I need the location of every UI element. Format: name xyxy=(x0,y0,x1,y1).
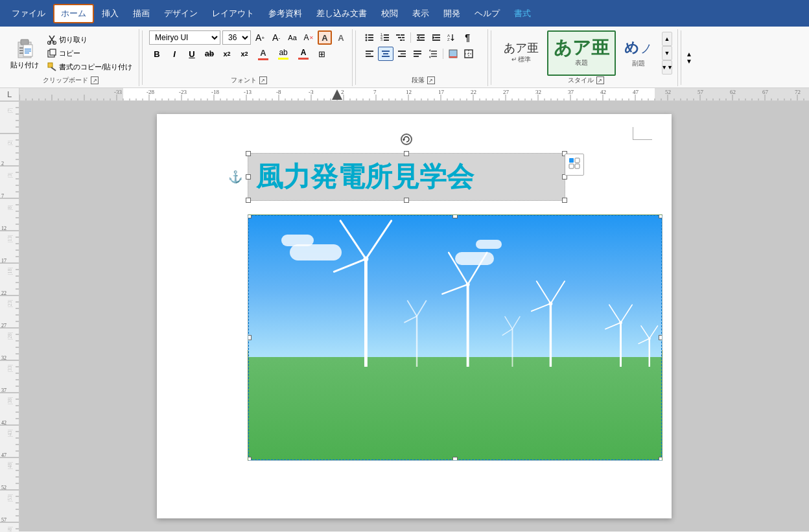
handle-tc[interactable] xyxy=(404,151,409,156)
paste-button[interactable]: 貼り付け xyxy=(6,30,43,76)
sort-button[interactable]: A Z xyxy=(445,30,459,45)
img-handle-tc[interactable] xyxy=(452,214,458,218)
wind-turbine-image[interactable] xyxy=(248,214,662,461)
menu-home[interactable]: ホーム xyxy=(53,4,94,23)
svg-rect-38 xyxy=(417,40,425,41)
shading-color-button[interactable]: A xyxy=(294,47,312,61)
ribbon: 貼り付け 切り取り xyxy=(0,27,809,88)
style-subtitle[interactable]: め ノ 副題 xyxy=(618,30,658,76)
menu-view[interactable]: 表示 xyxy=(406,5,436,22)
handle-tl[interactable] xyxy=(246,151,251,156)
align-right-button[interactable] xyxy=(395,47,409,61)
font-grow-button[interactable]: A+ xyxy=(253,30,267,45)
anchor-icon: ⚓ xyxy=(228,170,242,184)
font-size-select[interactable]: 36 xyxy=(222,30,251,45)
menu-developer[interactable]: 開発 xyxy=(437,5,467,22)
font-shrink-button[interactable]: A- xyxy=(269,30,283,45)
font-color-button[interactable]: A xyxy=(254,47,272,61)
img-handle-mr[interactable] xyxy=(659,335,662,340)
img-handle-br[interactable] xyxy=(659,457,662,461)
handle-br[interactable] xyxy=(562,198,567,203)
img-handle-bl[interactable] xyxy=(248,457,252,461)
paste-icon xyxy=(14,37,35,60)
clipboard-group-label: クリップボード xyxy=(43,76,88,85)
svg-rect-22 xyxy=(368,40,373,41)
cut-button[interactable]: 切り取り xyxy=(44,33,135,46)
img-handle-ml[interactable] xyxy=(248,335,252,340)
copy-button[interactable]: コピー xyxy=(44,47,135,60)
justify-button[interactable] xyxy=(410,47,425,61)
menu-references[interactable]: 参考資料 xyxy=(262,5,309,22)
page-corner-fold xyxy=(633,127,652,140)
svg-line-16 xyxy=(51,67,56,71)
menu-review[interactable]: 校閲 xyxy=(375,5,404,22)
subscript-button[interactable]: x2 xyxy=(219,47,235,61)
format-painter-button[interactable]: 書式のコピー/貼り付け xyxy=(44,60,135,73)
align-left-button[interactable] xyxy=(362,47,377,61)
para-divider xyxy=(410,32,411,43)
shading-button[interactable] xyxy=(446,47,460,61)
layout-options-button[interactable] xyxy=(565,154,584,176)
numbering-button[interactable]: 1. 2. 3. xyxy=(378,30,392,45)
svg-rect-6 xyxy=(25,49,31,50)
divider-4 xyxy=(681,30,681,85)
svg-rect-56 xyxy=(414,51,421,52)
menu-draw[interactable]: 描画 xyxy=(126,5,156,22)
menu-file[interactable]: ファイル xyxy=(5,5,52,22)
style-heading-label: 表題 xyxy=(575,58,588,67)
style-subtitle-preview: め ノ xyxy=(624,38,652,58)
bullets-button[interactable] xyxy=(362,30,377,45)
handle-bc[interactable] xyxy=(404,198,409,203)
align-center-button[interactable] xyxy=(378,47,393,61)
styles-expand-icon[interactable]: ↗ xyxy=(596,76,604,84)
rotation-handle[interactable] xyxy=(401,133,412,145)
style-normal[interactable]: あア亜 ↵ 標準 xyxy=(498,30,545,76)
svg-rect-48 xyxy=(366,53,371,54)
change-case-button[interactable]: Aa xyxy=(285,30,299,45)
text-effects-button[interactable]: A xyxy=(334,30,348,45)
para-expand-icon[interactable]: ↗ xyxy=(427,76,435,84)
strikethrough-button[interactable]: ab xyxy=(202,47,217,61)
bold-button[interactable]: B xyxy=(149,47,165,61)
clipboard-expand-icon[interactable]: ↗ xyxy=(91,76,99,84)
superscript-button[interactable]: x2 xyxy=(237,47,252,61)
menu-insert[interactable]: 挿入 xyxy=(95,5,125,22)
highlight-color-button[interactable]: ab xyxy=(274,47,292,61)
img-handle-tr[interactable] xyxy=(659,214,662,218)
document-title: 風力発電所見学会 xyxy=(256,159,557,195)
style-heading[interactable]: あア亜 表題 xyxy=(547,30,616,76)
border-button[interactable]: ⊞ xyxy=(314,47,329,61)
img-handle-bc[interactable] xyxy=(452,457,458,461)
styles-scroll-more[interactable]: ▼▼ xyxy=(662,60,672,75)
menu-mailings[interactable]: 差し込み文書 xyxy=(310,5,373,22)
svg-rect-1 xyxy=(21,40,29,45)
menu-format[interactable]: 書式 xyxy=(508,5,537,22)
text-box[interactable]: 風力発電所見学会 xyxy=(248,153,565,201)
styles-scroll-down[interactable]: ▼ xyxy=(662,46,672,60)
img-handle-tl[interactable] xyxy=(248,214,252,218)
decrease-indent-button[interactable] xyxy=(414,30,428,45)
menu-layout[interactable]: レイアウト xyxy=(205,5,261,22)
multilevel-list-button[interactable] xyxy=(393,30,408,45)
line-spacing-button[interactable] xyxy=(426,47,440,61)
clipboard-group-footer: クリップボード ↗ xyxy=(40,76,101,85)
handle-ml[interactable] xyxy=(246,174,251,179)
clear-format-button[interactable]: A✕ xyxy=(301,30,316,45)
font-name-select[interactable]: Meiryo UI xyxy=(149,30,220,45)
styles-scroll-buttons: ▲ ▼ ▼▼ xyxy=(661,30,674,76)
menu-design[interactable]: デザイン xyxy=(158,5,204,22)
italic-button[interactable]: I xyxy=(167,47,182,61)
ribbon-scroll-up[interactable]: ▲ ▼ xyxy=(684,29,694,86)
svg-rect-33 xyxy=(402,37,404,38)
font-expand-icon[interactable]: ↗ xyxy=(259,76,267,84)
font-row-2: B I U ab x2 x2 A ab xyxy=(149,47,329,61)
styles-scroll-up[interactable]: ▲ xyxy=(662,32,672,46)
show-marks-button[interactable]: ¶ xyxy=(460,30,475,45)
menu-help[interactable]: ヘルプ xyxy=(468,5,506,22)
ruler-corner: L xyxy=(0,88,19,100)
handle-bl[interactable] xyxy=(246,198,251,203)
font-dialog-button[interactable]: A xyxy=(318,30,332,45)
borders-button[interactable] xyxy=(462,47,476,61)
increase-indent-button[interactable] xyxy=(429,30,443,45)
underline-button[interactable]: U xyxy=(184,47,200,61)
